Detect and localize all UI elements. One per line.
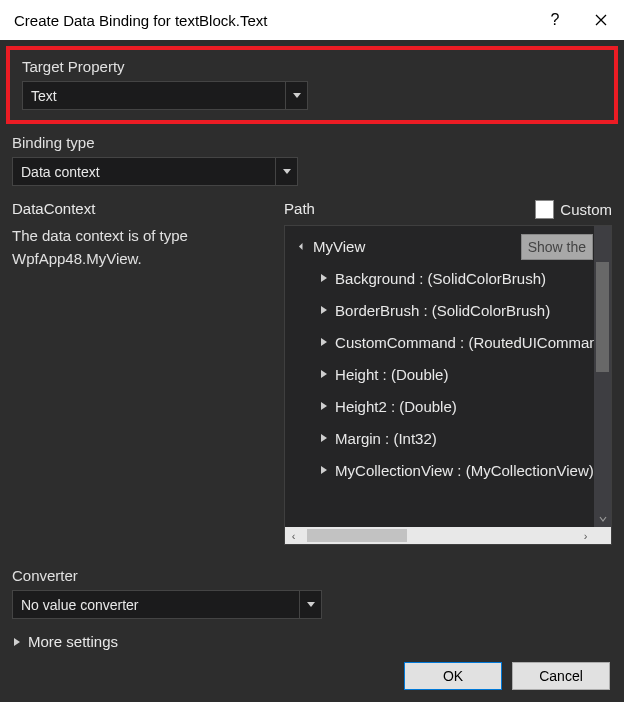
chevron-down-icon — [299, 591, 321, 618]
caret-collapsed-icon — [319, 306, 329, 314]
binding-type-value: Data context — [21, 164, 100, 180]
caret-collapsed-icon — [319, 274, 329, 282]
scroll-down-icon[interactable] — [594, 510, 611, 527]
scrollbar-thumb[interactable] — [307, 529, 407, 542]
horizontal-scrollbar[interactable]: ‹ › — [285, 527, 594, 544]
target-property-value: Text — [31, 88, 57, 104]
tree-root-label: MyView — [313, 238, 365, 255]
dialog-title: Create Data Binding for textBlock.Text — [14, 12, 532, 29]
tree-item[interactable]: Margin : (Int32) — [291, 422, 611, 454]
converter-value: No value converter — [21, 597, 139, 613]
caret-collapsed-icon — [319, 402, 329, 410]
dialog-body: Target Property Text Binding type Data c… — [0, 46, 624, 662]
chevron-down-icon — [275, 158, 297, 185]
path-label: Path — [284, 200, 535, 217]
tree-item[interactable]: BorderBrush : (SolidColorBrush) — [291, 294, 611, 326]
converter-label: Converter — [12, 567, 612, 584]
caret-expanded-icon — [297, 244, 307, 249]
target-property-dropdown[interactable]: Text — [22, 81, 308, 110]
tree-item[interactable]: MyCollectionView : (MyCollectionView) — [291, 454, 611, 486]
tree-item-label: Background : (SolidColorBrush) — [335, 270, 546, 287]
tree-item[interactable]: Background : (SolidColorBrush) — [291, 262, 611, 294]
close-icon — [595, 14, 607, 26]
converter-dropdown[interactable]: No value converter — [12, 590, 322, 619]
more-settings-expander[interactable]: More settings — [12, 633, 612, 650]
dialog-footer: OK Cancel — [404, 662, 610, 690]
binding-type-dropdown[interactable]: Data context — [12, 157, 298, 186]
binding-type-label: Binding type — [12, 134, 612, 151]
scroll-right-icon[interactable]: › — [577, 527, 594, 544]
cancel-button[interactable]: Cancel — [512, 662, 610, 690]
tree-item[interactable]: CustomCommand : (RoutedUICommand) — [291, 326, 611, 358]
help-button[interactable]: ? — [532, 0, 578, 40]
target-property-label: Target Property — [22, 58, 602, 75]
tree-item-label: BorderBrush : (SolidColorBrush) — [335, 302, 550, 319]
target-property-highlight: Target Property Text — [6, 46, 618, 124]
tree-item-label: Height2 : (Double) — [335, 398, 457, 415]
ok-button[interactable]: OK — [404, 662, 502, 690]
datacontext-description: The data context is of type WpfApp48.MyV… — [12, 225, 266, 270]
caret-collapsed-icon — [319, 434, 329, 442]
scrollbar-thumb[interactable] — [596, 262, 609, 372]
tree-item-label: Height : (Double) — [335, 366, 448, 383]
tree-item-label: Margin : (Int32) — [335, 430, 437, 447]
close-button[interactable] — [578, 0, 624, 40]
caret-collapsed-icon — [319, 466, 329, 474]
tree-item-label: CustomCommand : (RoutedUICommand) — [335, 334, 611, 351]
chevron-down-icon — [285, 82, 307, 109]
path-tree: Show the MyView Background : (SolidColor… — [284, 225, 612, 545]
tree-item[interactable]: Height2 : (Double) — [291, 390, 611, 422]
caret-collapsed-icon — [319, 370, 329, 378]
custom-label: Custom — [560, 201, 612, 218]
title-bar: Create Data Binding for textBlock.Text ? — [0, 0, 624, 40]
tree-item[interactable]: Height : (Double) — [291, 358, 611, 390]
scroll-corner — [594, 527, 611, 544]
vertical-scrollbar[interactable] — [594, 226, 611, 527]
scroll-left-icon[interactable]: ‹ — [285, 527, 302, 544]
caret-collapsed-icon — [319, 338, 329, 346]
more-settings-label: More settings — [28, 633, 118, 650]
datacontext-label: DataContext — [12, 200, 266, 217]
caret-collapsed-icon — [12, 638, 22, 646]
custom-checkbox[interactable] — [535, 200, 554, 219]
tree-item-label: MyCollectionView : (MyCollectionView) — [335, 462, 594, 479]
show-button[interactable]: Show the — [521, 234, 593, 260]
